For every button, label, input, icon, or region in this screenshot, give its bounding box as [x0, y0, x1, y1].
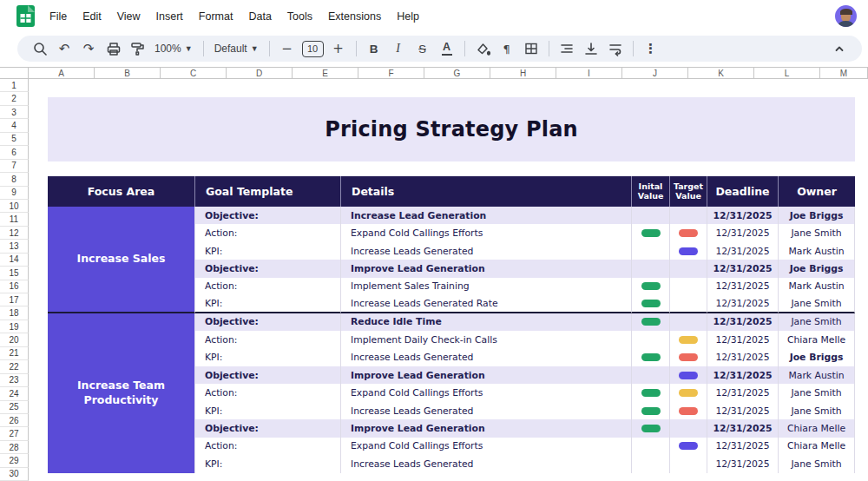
borders-icon[interactable]: [520, 37, 542, 60]
cell-inital-value[interactable]: [632, 331, 670, 348]
cell-details[interactable]: Increase Leads Generated: [341, 349, 632, 366]
row-header-23[interactable]: 23: [0, 374, 29, 387]
cell-details[interactable]: Implement Sales Training: [341, 278, 632, 295]
cell-goal-label[interactable]: Action:: [195, 384, 341, 401]
header-details[interactable]: Details: [341, 176, 632, 207]
cell-goal-label[interactable]: Objective:: [195, 366, 341, 384]
menu-view[interactable]: View: [109, 7, 148, 26]
column-header-J[interactable]: J: [622, 67, 688, 79]
cell-owner[interactable]: Mark Austin: [779, 366, 855, 384]
cell-details[interactable]: Expand Cold Callings Efforts: [341, 438, 632, 455]
menu-format[interactable]: Format: [191, 7, 241, 26]
cell-deadline[interactable]: 12/31/2025: [707, 242, 779, 260]
cell-deadline[interactable]: 12/31/2025: [707, 402, 779, 419]
cell-details[interactable]: Increase Leads Generated: [341, 242, 632, 260]
cell-inital-value[interactable]: [632, 366, 670, 384]
cell-goal-label[interactable]: Objective:: [195, 207, 341, 224]
row-header-24[interactable]: 24: [0, 387, 29, 400]
cell-owner[interactable]: Joe Briggs: [779, 260, 855, 277]
cell-goal-label[interactable]: Action:: [195, 438, 341, 455]
row-header-17[interactable]: 17: [0, 293, 29, 306]
sheets-logo-icon[interactable]: [14, 4, 37, 28]
select-all-corner[interactable]: [0, 67, 29, 79]
cell-owner[interactable]: Joe Briggs: [779, 207, 855, 224]
focus-area-cell[interactable]: Increase Sales: [48, 207, 195, 313]
cell-deadline[interactable]: 12/31/2025: [707, 260, 779, 277]
cell-owner[interactable]: Chiara Melle: [779, 331, 855, 348]
cell-deadline[interactable]: 12/31/2025: [707, 278, 779, 295]
cell-inital-value[interactable]: [632, 224, 670, 241]
cell-inital-value[interactable]: [632, 402, 670, 419]
column-header-B[interactable]: B: [95, 67, 161, 79]
header-focus-area[interactable]: Focus Area: [48, 176, 195, 207]
cell-target-value[interactable]: [670, 242, 707, 260]
cell-owner[interactable]: Jane Smith: [779, 224, 855, 241]
row-header-25[interactable]: 25: [0, 401, 29, 414]
cell-details[interactable]: Reduce Idle Time: [341, 313, 632, 331]
cell-owner[interactable]: Jane Smith: [779, 384, 855, 401]
row-header-19[interactable]: 19: [0, 320, 29, 333]
header-goal-template[interactable]: Goal Template: [195, 176, 341, 207]
cell-deadline[interactable]: 12/31/2025: [707, 313, 779, 331]
column-header-E[interactable]: E: [293, 67, 358, 79]
italic-icon[interactable]: I: [387, 37, 410, 60]
cell-goal-label[interactable]: Action:: [195, 331, 341, 348]
cell-target-value[interactable]: [670, 224, 707, 241]
cell-details[interactable]: Increase Leads Generated: [341, 455, 632, 472]
increase-font-size-icon[interactable]: +: [327, 37, 350, 60]
fill-color-icon[interactable]: [471, 37, 494, 60]
text-direction-icon[interactable]: ¶: [496, 37, 518, 60]
cell-deadline[interactable]: 12/31/2025: [707, 419, 779, 437]
row-header-8[interactable]: 8: [0, 173, 29, 186]
cell-details[interactable]: Improve Lead Generation: [341, 260, 632, 277]
column-header-C[interactable]: C: [161, 67, 227, 79]
cell-goal-label[interactable]: Action:: [195, 224, 341, 241]
print-icon[interactable]: [102, 37, 124, 60]
cell-inital-value[interactable]: [632, 455, 670, 472]
account-avatar[interactable]: [835, 5, 857, 27]
menu-edit[interactable]: Edit: [75, 7, 109, 26]
cell-owner[interactable]: Mark Austin: [779, 278, 855, 295]
cell-deadline[interactable]: 12/31/2025: [707, 455, 779, 472]
cell-target-value[interactable]: [670, 207, 707, 224]
cell-details[interactable]: Increase Lead Generation: [341, 207, 632, 224]
cell-details[interactable]: Increase Leads Generated: [341, 402, 632, 419]
column-header-G[interactable]: G: [424, 67, 490, 79]
cell-inital-value[interactable]: [632, 278, 670, 295]
cell-target-value[interactable]: [670, 419, 707, 437]
cell-owner[interactable]: Joe Briggs: [779, 349, 855, 366]
cell-goal-label[interactable]: KPI:: [195, 402, 341, 419]
cell-owner[interactable]: Jane Smith: [779, 313, 855, 331]
row-header-20[interactable]: 20: [0, 333, 29, 346]
column-header-H[interactable]: H: [490, 67, 556, 79]
cell-goal-label[interactable]: KPI:: [195, 242, 341, 260]
collapse-toolbar-icon[interactable]: [828, 37, 851, 60]
menu-help[interactable]: Help: [389, 7, 427, 26]
cell-inital-value[interactable]: [632, 242, 670, 260]
row-header-3[interactable]: 3: [0, 106, 29, 119]
cell-deadline[interactable]: 12/31/2025: [707, 366, 779, 384]
column-header-D[interactable]: D: [227, 67, 293, 79]
row-header-5[interactable]: 5: [0, 133, 29, 146]
row-header-26[interactable]: 26: [0, 414, 29, 427]
cell-deadline[interactable]: 12/31/2025: [707, 384, 779, 401]
cell-target-value[interactable]: [670, 313, 707, 331]
bold-icon[interactable]: B: [363, 37, 385, 60]
header-target-value[interactable]: Target Value: [670, 176, 707, 207]
menu-file[interactable]: File: [42, 7, 75, 26]
cell-inital-value[interactable]: [632, 313, 670, 331]
row-header-9[interactable]: 9: [0, 187, 29, 200]
cell-target-value[interactable]: [670, 366, 707, 384]
row-header-13[interactable]: 13: [0, 240, 29, 253]
cell-deadline[interactable]: 12/31/2025: [707, 331, 779, 348]
header-inital-value[interactable]: Inital Value: [632, 176, 670, 207]
row-header-14[interactable]: 14: [0, 254, 29, 267]
cell-goal-label[interactable]: Objective:: [195, 419, 341, 437]
row-header-21[interactable]: 21: [0, 347, 29, 360]
cell-target-value[interactable]: [670, 402, 707, 419]
decrease-font-size-icon[interactable]: −: [276, 37, 299, 60]
title-banner-cell[interactable]: Pricing Strategy Plan: [48, 97, 855, 161]
cell-target-value[interactable]: [670, 331, 707, 348]
cell-goal-label[interactable]: Action:: [195, 278, 341, 295]
cell-deadline[interactable]: 12/31/2025: [707, 224, 779, 241]
